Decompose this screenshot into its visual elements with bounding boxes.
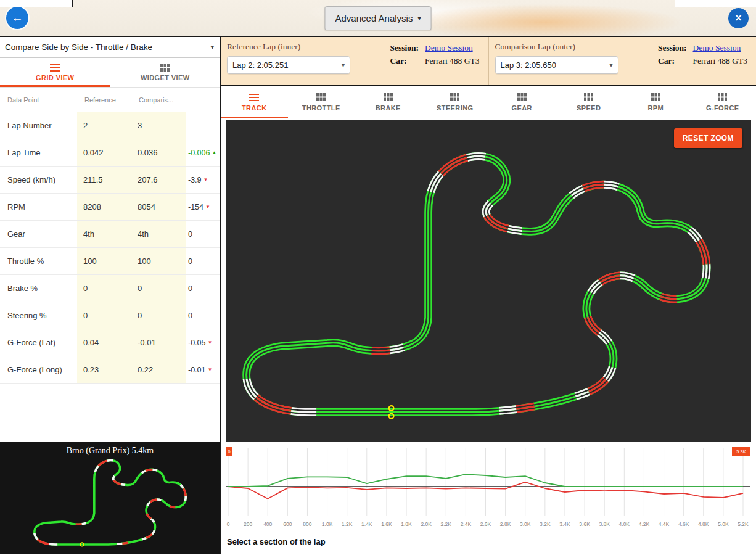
status-strip-left bbox=[0, 0, 73, 7]
close-button[interactable]: × bbox=[728, 8, 749, 28]
svg-text:1.2K: 1.2K bbox=[342, 521, 353, 527]
reference-value: 100 bbox=[77, 248, 131, 274]
reference-value: 0 bbox=[77, 275, 131, 302]
grid-icon bbox=[584, 93, 593, 101]
svg-text:5.2K: 5.2K bbox=[738, 521, 749, 527]
tab-label: SPEED bbox=[577, 104, 601, 112]
row-label: Lap Number bbox=[0, 112, 77, 139]
row-label: Brake % bbox=[0, 275, 77, 302]
back-button[interactable]: ← bbox=[6, 7, 28, 29]
channel-tabs: TRACK THROTTLE BRAKE STEERING GEAR SPEED bbox=[221, 86, 756, 118]
svg-text:200: 200 bbox=[244, 521, 252, 527]
chevron-down-icon: ▾ bbox=[342, 62, 345, 68]
tab-track[interactable]: TRACK bbox=[221, 86, 288, 118]
tab-rpm[interactable]: RPM bbox=[622, 86, 689, 118]
delta-cell: -154▼ bbox=[186, 194, 220, 220]
reference-lap-section: Reference Lap (inner) Lap 2: 2:05.251 ▾ … bbox=[221, 37, 488, 85]
svg-text:2.8K: 2.8K bbox=[500, 521, 511, 527]
session-label: Session: bbox=[390, 43, 419, 53]
tab-gear[interactable]: GEAR bbox=[488, 86, 556, 118]
grid-icon bbox=[651, 93, 660, 101]
tab-widget-view[interactable]: WIDGET VIEW bbox=[110, 58, 221, 87]
reference-lap-select[interactable]: Lap 2: 2:05.251 ▾ bbox=[227, 56, 350, 74]
analysis-panel: Reference Lap (inner) Lap 2: 2:05.251 ▾ … bbox=[221, 37, 756, 554]
track-map-view[interactable]: RESET ZOOM bbox=[226, 120, 751, 442]
svg-text:400: 400 bbox=[263, 521, 272, 527]
comparison-value: 100 bbox=[131, 248, 186, 274]
trend-arrow-icon: ▼ bbox=[203, 177, 208, 183]
table-row: Steering % 0 0 0 bbox=[0, 302, 220, 329]
svg-text:3.2K: 3.2K bbox=[540, 521, 551, 527]
tab-throttle[interactable]: THROTTLE bbox=[288, 86, 355, 118]
table-row: G-Force (Lat) 0.04 -0.01 -0.05▼ bbox=[0, 329, 220, 356]
reset-zoom-button[interactable]: RESET ZOOM bbox=[674, 128, 742, 148]
comparison-value: 0.036 bbox=[131, 139, 186, 166]
top-bar: ← Advanced Analysis ▾ × bbox=[0, 0, 756, 37]
svg-text:1.4K: 1.4K bbox=[361, 521, 372, 527]
compare-mode-label: Compare Side by Side - Throttle / Brake bbox=[5, 43, 152, 52]
delta-cell bbox=[186, 112, 220, 139]
trend-arrow-icon: ▲ bbox=[212, 150, 216, 155]
svg-text:5.0K: 5.0K bbox=[718, 521, 729, 527]
track-map[interactable] bbox=[226, 120, 751, 442]
table-row: Lap Number 2 3 bbox=[0, 112, 220, 139]
table-row: Gear 4th 4th 0 bbox=[0, 221, 220, 248]
car-label: Car: bbox=[658, 56, 687, 66]
grid-icon bbox=[384, 93, 393, 101]
delta-cell: 0 bbox=[186, 302, 220, 329]
table-row: G-Force (Long) 0.23 0.22 -0.01▼ bbox=[0, 356, 220, 384]
table-row: RPM 8208 8054 -154▼ bbox=[0, 194, 220, 221]
tab-steering[interactable]: STEERING bbox=[422, 86, 489, 118]
delta-cell: 0 bbox=[186, 221, 220, 247]
tab-gforce[interactable]: G-FORCE bbox=[689, 86, 756, 118]
reference-value: 211.5 bbox=[77, 166, 131, 193]
row-label: G-Force (Lat) bbox=[0, 329, 77, 356]
tab-speed[interactable]: SPEED bbox=[556, 86, 623, 118]
col-header-data-point: Data Point bbox=[0, 88, 77, 112]
comparison-table: Data Point Reference Comparis... Lap Num… bbox=[0, 88, 220, 442]
menu-icon bbox=[50, 64, 60, 72]
compare-mode-select[interactable]: Compare Side by Side - Throttle / Brake … bbox=[0, 37, 220, 58]
session-link[interactable]: Demo Session bbox=[693, 43, 747, 53]
grid-icon bbox=[517, 93, 527, 101]
row-label: Throttle % bbox=[0, 248, 77, 274]
lap-section-chart-area: 02004006008001.0K1.2K1.4K1.6K1.8K2.0K2.2… bbox=[221, 442, 756, 554]
svg-text:4.6K: 4.6K bbox=[678, 521, 689, 527]
delta-cell: -0.006▲ bbox=[186, 139, 220, 166]
reference-value: 0.04 bbox=[77, 329, 131, 356]
svg-text:1.8K: 1.8K bbox=[401, 521, 412, 527]
track-thumbnail-panel: Brno (Grand Prix) 5.4km bbox=[0, 442, 220, 554]
tab-brake[interactable]: BRAKE bbox=[355, 86, 422, 118]
row-label: G-Force (Long) bbox=[0, 356, 77, 383]
comparison-lap-label: Comparison Lap (outer) bbox=[495, 42, 618, 52]
tab-grid-view[interactable]: GRID VIEW bbox=[0, 58, 110, 87]
car-value: Ferrari 488 GT3 bbox=[693, 56, 747, 66]
svg-text:3.8K: 3.8K bbox=[599, 521, 610, 527]
svg-text:3.6K: 3.6K bbox=[579, 521, 590, 527]
row-label: Steering % bbox=[0, 302, 77, 329]
comparison-lap-select[interactable]: Lap 3: 2:05.650 ▾ bbox=[495, 56, 618, 74]
trend-arrow-icon: ▼ bbox=[205, 204, 210, 210]
session-link[interactable]: Demo Session bbox=[425, 43, 479, 53]
track-title: Brno (Grand Prix) 5.4km bbox=[67, 446, 154, 456]
reference-value: 4th bbox=[77, 221, 131, 247]
grid-icon bbox=[160, 64, 170, 72]
comparison-value: 4th bbox=[131, 221, 186, 247]
table-header-row: Data Point Reference Comparis... bbox=[0, 88, 220, 112]
comparison-value: 0 bbox=[131, 302, 186, 329]
comparison-value: 8054 bbox=[131, 194, 186, 220]
menu-icon bbox=[249, 94, 259, 101]
svg-text:3.0K: 3.0K bbox=[520, 521, 531, 527]
svg-text:0: 0 bbox=[227, 521, 230, 527]
analysis-mode-dropdown[interactable]: Advanced Analysis ▾ bbox=[325, 6, 432, 30]
reference-lap-label: Reference Lap (inner) bbox=[227, 42, 350, 52]
svg-text:2.0K: 2.0K bbox=[421, 521, 432, 527]
svg-text:4.4K: 4.4K bbox=[659, 521, 670, 527]
svg-text:600: 600 bbox=[283, 521, 292, 527]
close-icon: × bbox=[735, 12, 742, 25]
tab-label: GEAR bbox=[512, 104, 532, 112]
col-header-comparison: Comparis... bbox=[131, 88, 186, 112]
lap-delta-chart[interactable]: 02004006008001.0K1.2K1.4K1.6K1.8K2.0K2.2… bbox=[226, 447, 750, 535]
reference-value: 0.23 bbox=[77, 356, 131, 383]
chevron-down-icon: ▾ bbox=[609, 62, 612, 68]
